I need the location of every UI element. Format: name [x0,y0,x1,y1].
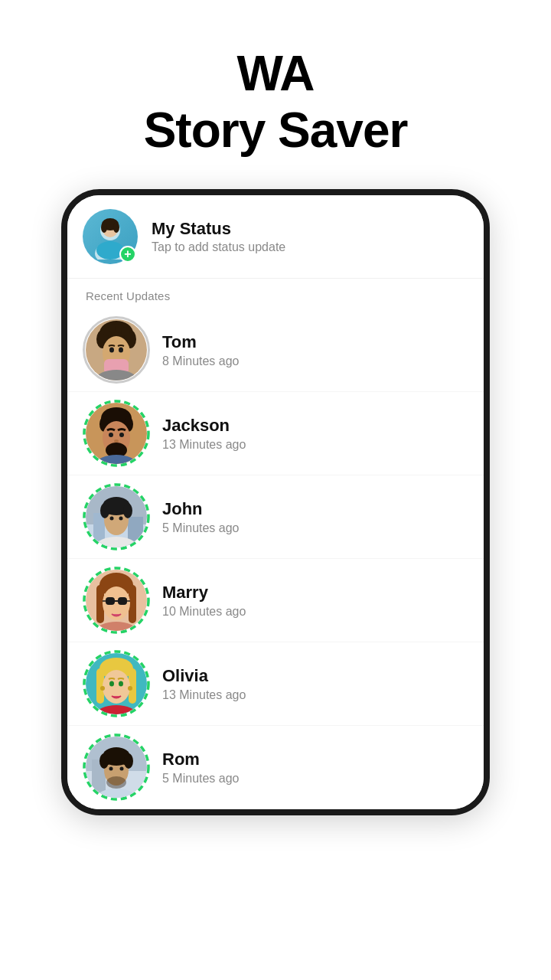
my-status-text: My Status Tap to add status update [152,219,285,254]
jackson-avatar [86,403,147,464]
my-status-avatar-wrap: + [83,209,138,264]
tom-avatar-wrap [86,319,147,381]
svg-point-41 [119,517,123,521]
marry-avatar [86,570,147,631]
svg-point-73 [124,753,133,769]
phone-wrapper: + My Status Tap to add status update Rec… [0,189,551,815]
john-avatar-wrap [86,486,147,547]
olivia-info: Olivia 13 Minutes ago [162,666,246,702]
tom-face-svg [86,319,147,381]
add-status-badge: + [119,246,136,263]
recent-updates-label: Recent Updates [67,279,484,309]
tom-avatar [86,319,147,381]
svg-point-64 [128,686,132,691]
john-name: John [162,499,240,519]
jackson-avatar-wrap [86,403,147,464]
rom-avatar-wrap [86,737,147,798]
svg-point-29 [114,439,119,443]
svg-point-5 [101,222,107,233]
svg-point-74 [106,776,126,789]
john-face-svg [86,486,147,547]
svg-point-63 [100,686,105,691]
rom-time: 5 Minutes ago [162,772,240,786]
svg-point-6 [113,222,119,233]
svg-point-76 [120,767,124,771]
olivia-avatar [86,653,147,714]
marry-info: Marry 10 Minutes ago [162,583,246,619]
app-title-line1: WA [236,46,314,101]
my-status-title: My Status [152,219,285,239]
olivia-name: Olivia [162,666,246,686]
marry-name: Marry [162,583,246,603]
marry-time: 10 Minutes ago [162,605,246,619]
svg-point-14 [121,327,130,336]
app-title: WA Story Saver [0,0,551,189]
svg-point-17 [109,348,114,353]
svg-point-18 [119,348,123,353]
contact-row-rom[interactable]: Rom 5 Minutes ago [67,726,484,809]
svg-point-28 [119,433,124,437]
rom-info: Rom 5 Minutes ago [162,750,240,786]
svg-rect-49 [106,597,115,605]
tom-name: Tom [162,332,240,352]
svg-point-75 [109,767,113,771]
olivia-avatar-wrap [86,653,147,714]
svg-point-61 [109,681,114,687]
svg-point-27 [109,433,113,437]
contacts-list: Tom 8 Minutes ago [67,309,484,809]
contact-row-olivia[interactable]: Olivia 13 Minutes ago [67,642,484,726]
marry-face-svg [86,570,147,631]
jackson-time: 13 Minutes ago [162,438,246,452]
john-avatar [86,486,147,547]
my-status-row[interactable]: + My Status Tap to add status update [67,195,484,279]
app-title-line2: Story Saver [144,103,408,158]
svg-rect-50 [118,597,127,605]
olivia-time: 13 Minutes ago [162,688,246,702]
tom-time: 8 Minutes ago [162,354,240,368]
contact-row-tom[interactable]: Tom 8 Minutes ago [67,309,484,392]
marry-avatar-wrap [86,570,147,631]
contact-row-marry[interactable]: Marry 10 Minutes ago [67,559,484,642]
jackson-info: Jackson 13 Minutes ago [162,416,246,452]
svg-point-40 [110,517,114,521]
olivia-face-svg [86,653,147,714]
jackson-name: Jackson [162,416,246,436]
contact-row-john[interactable]: John 5 Minutes ago [67,475,484,559]
svg-point-39 [123,503,132,518]
phone-frame: + My Status Tap to add status update Rec… [61,189,490,815]
rom-avatar [86,737,147,798]
jackson-face-svg [86,403,147,464]
john-info: John 5 Minutes ago [162,499,240,535]
phone-inner: + My Status Tap to add status update Rec… [67,195,484,809]
rom-face-svg [86,737,147,798]
svg-point-72 [99,753,109,769]
rom-name: Rom [162,750,240,769]
my-status-subtitle: Tap to add status update [152,240,285,254]
john-time: 5 Minutes ago [162,521,240,535]
svg-point-38 [100,503,109,518]
contact-row-jackson[interactable]: Jackson 13 Minutes ago [67,392,484,475]
svg-point-62 [119,681,123,687]
tom-info: Tom 8 Minutes ago [162,332,240,368]
